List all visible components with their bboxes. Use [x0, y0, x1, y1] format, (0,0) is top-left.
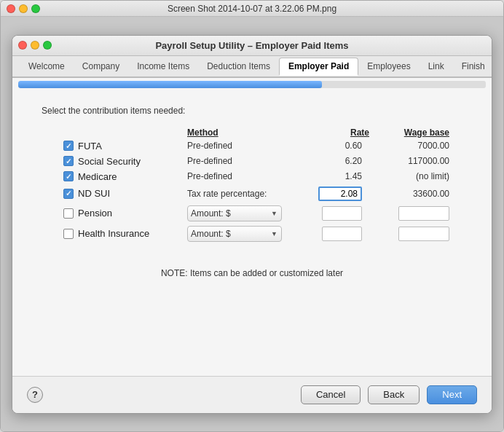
tab-company[interactable]: Company: [74, 58, 128, 74]
ss-checkbox[interactable]: [63, 156, 74, 166]
dialog-minimize-button[interactable]: [31, 41, 39, 50]
ndsui-wagebase: 33600.00: [369, 189, 449, 199]
ss-label: Social Security: [78, 156, 141, 167]
help-button[interactable]: ?: [27, 387, 43, 403]
table-row: FUTA Pre-defined 0.60 7000.00: [42, 141, 462, 152]
futa-checkbox[interactable]: [63, 141, 74, 151]
table-row: Pension Amount: $ Percentage ▼: [42, 205, 462, 221]
ss-cell: Social Security: [63, 156, 187, 167]
futa-cell: FUTA: [63, 141, 187, 152]
dialog-content: Select the contribution items needed: Me…: [12, 91, 492, 376]
pension-wagebase-cell: [369, 206, 449, 221]
col-header-method: Method: [187, 127, 311, 138]
health-dropdown-wrapper: Amount: $ Percentage ▼: [187, 226, 282, 242]
cancel-button[interactable]: Cancel: [301, 385, 361, 404]
ndsui-cell: ND SUI: [63, 188, 187, 199]
medicare-label: Medicare: [78, 171, 117, 182]
os-title-bar: Screen Shot 2014-10-07 at 3.22.06 PM.png: [1, 1, 503, 17]
col-header-rate: Rate: [311, 127, 369, 138]
dialog-traffic-lights: [18, 41, 52, 50]
tab-bar: Welcome Company Income Items Deduction I…: [12, 56, 492, 78]
dialog-close-button[interactable]: [18, 41, 27, 50]
pension-label: Pension: [78, 208, 112, 219]
pension-method-cell: Amount: $ Percentage ▼: [187, 205, 311, 221]
note-section: NOTE: Items can be added or customized l…: [42, 268, 462, 278]
health-cell: Health Insurance: [63, 228, 187, 239]
ss-wagebase: 117000.00: [369, 156, 449, 166]
medicare-rate: 1.45: [311, 171, 369, 181]
os-window-title: Screen Shot 2014-10-07 at 3.22.06 PM.png: [168, 4, 336, 14]
ndsui-checkbox[interactable]: [63, 189, 74, 199]
note-text: NOTE: Items can be added or customized l…: [161, 268, 343, 278]
futa-rate: 0.60: [311, 141, 369, 151]
progress-bar: [18, 81, 322, 88]
medicare-method: Pre-defined: [187, 171, 311, 181]
back-button[interactable]: Back: [368, 385, 420, 404]
tab-income[interactable]: Income Items: [128, 58, 198, 74]
table-row: ND SUI Tax rate percentage: 33600.00: [42, 186, 462, 201]
pension-cell: Pension: [63, 208, 187, 219]
ndsui-rate-cell: [311, 186, 369, 201]
table-row: Medicare Pre-defined 1.45 (no limit): [42, 171, 462, 182]
medicare-cell: Medicare: [63, 171, 187, 182]
section-label: Select the contribution items needed:: [42, 106, 462, 116]
os-traffic-lights: [7, 4, 40, 13]
futa-method: Pre-defined: [187, 141, 311, 151]
dialog-titlebar: Payroll Setup Utility – Employer Paid It…: [12, 36, 492, 56]
minimize-button[interactable]: [19, 4, 28, 13]
dialog-wrapper: Payroll Setup Utility – Employer Paid It…: [1, 17, 503, 431]
dialog-footer: ? Cancel Back Next: [12, 376, 492, 413]
tab-link[interactable]: Link: [420, 58, 453, 74]
tab-welcome[interactable]: Welcome: [20, 58, 74, 74]
futa-wagebase: 7000.00: [369, 141, 449, 151]
progress-container: [18, 81, 486, 88]
pension-checkbox[interactable]: [63, 208, 74, 219]
health-wagebase-input[interactable]: [398, 227, 449, 241]
dialog-title: Payroll Setup Utility – Employer Paid It…: [155, 40, 348, 51]
futa-label: FUTA: [78, 141, 102, 152]
health-wagebase-cell: [369, 227, 449, 241]
ndsui-method: Tax rate percentage:: [187, 189, 311, 199]
pension-rate-cell: [311, 206, 369, 221]
tab-employees[interactable]: Employees: [358, 58, 419, 74]
next-button[interactable]: Next: [427, 385, 477, 404]
zoom-button[interactable]: [31, 4, 40, 13]
pension-dropdown-wrapper: Amount: $ Percentage ▼: [187, 205, 282, 221]
col-header-wagebase: Wage base: [369, 127, 449, 138]
medicare-wagebase: (no limit): [369, 171, 449, 181]
footer-buttons: Cancel Back Next: [301, 385, 477, 404]
main-window: Screen Shot 2014-10-07 at 3.22.06 PM.png…: [0, 0, 504, 432]
table-row: Social Security Pre-defined 6.20 117000.…: [42, 156, 462, 167]
tab-finish[interactable]: Finish: [453, 58, 494, 74]
table-row: Health Insurance Amount: $ Percentage ▼: [42, 226, 462, 242]
pension-rate-input[interactable]: [322, 206, 362, 221]
pension-method-dropdown[interactable]: Amount: $ Percentage: [187, 205, 282, 221]
tab-deduction[interactable]: Deduction Items: [198, 58, 279, 74]
health-label: Health Insurance: [78, 228, 149, 239]
health-checkbox[interactable]: [63, 229, 74, 239]
ss-rate: 6.20: [311, 156, 369, 166]
ndsui-rate-input[interactable]: [318, 186, 362, 201]
dialog-zoom-button[interactable]: [43, 41, 52, 50]
health-rate-input[interactable]: [322, 227, 362, 241]
health-rate-cell: [311, 227, 369, 241]
tab-employer-paid[interactable]: Employer Paid: [279, 58, 358, 76]
contribution-table: Method Rate Wage base FUTA Pre-defined 0…: [42, 127, 462, 246]
ss-method: Pre-defined: [187, 156, 311, 166]
health-method-dropdown[interactable]: Amount: $ Percentage: [187, 226, 282, 242]
pension-wagebase-input[interactable]: [398, 206, 449, 221]
medicare-checkbox[interactable]: [63, 171, 74, 181]
ndsui-label: ND SUI: [78, 188, 110, 199]
dialog: Payroll Setup Utility – Employer Paid It…: [12, 35, 492, 414]
close-button[interactable]: [7, 4, 15, 13]
health-method-cell: Amount: $ Percentage ▼: [187, 226, 311, 242]
table-header: Method Rate Wage base: [42, 127, 462, 138]
